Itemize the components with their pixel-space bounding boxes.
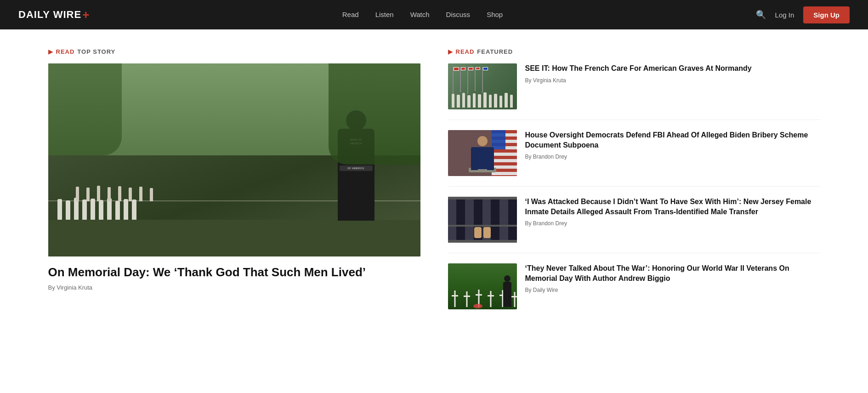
featured-item-3[interactable]: ‘I Was Attacked Because I Didn’t Want To… <box>448 187 820 253</box>
featured-item-4[interactable]: ‘They Never Talked About The War’: Honor… <box>448 253 820 319</box>
featured-author-3: By Brandon Drey <box>525 220 820 227</box>
featured-author-4: By Daily Wire <box>525 287 820 293</box>
featured-item-1[interactable]: SEE IT: How The French Care For American… <box>448 63 820 120</box>
featured-type-label: FEATURED <box>477 48 513 55</box>
featured-thumb-4 <box>448 263 517 309</box>
nav-item-read[interactable]: Read <box>342 11 359 19</box>
flag-icon: ▶ <box>48 48 53 55</box>
featured-read-label: READ <box>456 48 475 55</box>
flag-icon-featured: ▶ <box>448 48 453 55</box>
logo-plus: + <box>82 8 89 22</box>
navbar: DAILY WIRE + Read Listen Watch Discuss S… <box>0 0 868 29</box>
top-story-image[interactable]: SONS OFAMERICA OF AMERICA <box>48 63 420 256</box>
featured-title-1: SEE IT: How The French Care For American… <box>525 63 820 74</box>
top-story-title: On Memorial Day: We ‘Thank God That Such… <box>48 265 420 280</box>
featured-author-2: By Brandon Drey <box>525 154 820 160</box>
featured-section: ▶ READ FEATURED <box>448 48 820 319</box>
nav-links: Read Listen Watch Discuss Shop <box>342 11 503 19</box>
nav-item-watch[interactable]: Watch <box>410 11 430 19</box>
featured-title-2: House Oversight Democrats Defend FBI Ahe… <box>525 130 820 150</box>
featured-content-4: ‘They Never Talked About The War’: Honor… <box>525 263 820 293</box>
featured-title-4: ‘They Never Talked About The War’: Honor… <box>525 263 820 283</box>
nav-item-listen[interactable]: Listen <box>375 11 394 19</box>
featured-thumb-2 <box>448 130 517 176</box>
top-story-author: By Virginia Kruta <box>48 284 420 291</box>
nav-right: 🔍 Log In Sign Up <box>756 6 850 23</box>
logo-text: DAILY WIRE <box>18 9 81 21</box>
featured-title-3: ‘I Was Attacked Because I Didn’t Want To… <box>525 197 820 216</box>
featured-thumb-1 <box>448 63 517 109</box>
search-icon[interactable]: 🔍 <box>756 10 766 20</box>
featured-list: SEE IT: How The French Care For American… <box>448 63 820 319</box>
top-story-read-label: READ <box>56 48 75 55</box>
top-story-section: ▶ READ TOP STORY <box>48 48 420 319</box>
featured-content-2: House Oversight Democrats Defend FBI Ahe… <box>525 130 820 160</box>
logo[interactable]: DAILY WIRE + <box>18 8 89 22</box>
featured-content-1: SEE IT: How The French Care For American… <box>525 63 820 84</box>
featured-item-2[interactable]: House Oversight Democrats Defend FBI Ahe… <box>448 120 820 187</box>
nav-item-discuss[interactable]: Discuss <box>446 11 471 19</box>
signup-button[interactable]: Sign Up <box>803 6 850 23</box>
nav-item-shop[interactable]: Shop <box>487 11 503 19</box>
featured-label: ▶ READ FEATURED <box>448 48 820 55</box>
login-button[interactable]: Log In <box>775 11 794 19</box>
featured-author-1: By Virginia Kruta <box>525 77 820 84</box>
featured-content-3: ‘I Was Attacked Because I Didn’t Want To… <box>525 197 820 227</box>
top-story-type-label: TOP STORY <box>77 48 115 55</box>
featured-thumb-3 <box>448 197 517 243</box>
main-content: ▶ READ TOP STORY <box>21 29 848 338</box>
top-story-label: ▶ READ TOP STORY <box>48 48 420 55</box>
